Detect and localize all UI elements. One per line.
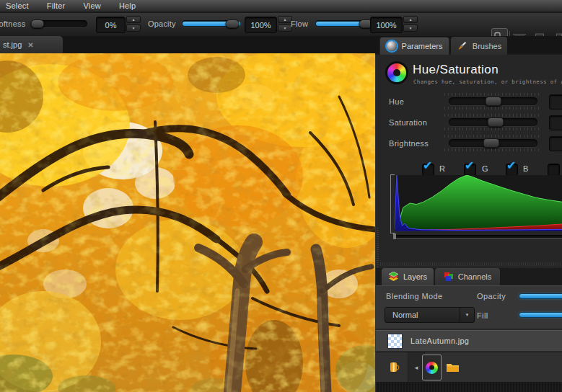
divider-texture bbox=[380, 262, 561, 266]
chevron-down-icon: ▼ bbox=[460, 308, 474, 322]
color-wheel-icon bbox=[387, 63, 406, 82]
flow-slider[interactable] bbox=[315, 20, 373, 27]
menu-bar: Select Filter View Help bbox=[0, 0, 562, 12]
parameters-panel: Hue/Saturation Changes hue, saturation, … bbox=[375, 55, 562, 392]
tool-options-bar: Softness 0% ▲ ▼ Opacity 100% ▲ ▼ Flow 10… bbox=[0, 13, 562, 37]
tab-brushes[interactable]: Brushes bbox=[451, 37, 507, 55]
brightness-slider-thumb[interactable] bbox=[483, 138, 500, 148]
stepper-up-icon[interactable]: ▲ bbox=[403, 16, 418, 23]
opacity-slider[interactable] bbox=[182, 20, 240, 27]
bucket-button[interactable] bbox=[385, 357, 403, 377]
layers-tab-bar: Layers Channels bbox=[376, 268, 562, 285]
layers-icon bbox=[388, 272, 399, 282]
layer-row[interactable]: LateAutumn.jpg bbox=[376, 330, 562, 352]
brightness-value-box[interactable] bbox=[549, 136, 562, 151]
histogram-range-slider[interactable] bbox=[393, 235, 562, 239]
opacity-stepper: ▲ ▼ bbox=[278, 16, 292, 32]
green-channel-label: G bbox=[482, 164, 488, 173]
histogram-plot bbox=[395, 175, 562, 231]
extra-checkbox[interactable]: ✔ bbox=[548, 164, 560, 176]
histogram-range-handle[interactable] bbox=[393, 233, 396, 239]
green-channel-checkbox[interactable]: ✔ bbox=[464, 164, 476, 176]
menu-filter[interactable]: Filter bbox=[47, 1, 75, 10]
layer-controls: Blending Mode Opacity Normal ▼ Fill bbox=[376, 285, 562, 329]
brightness-slider-row: Brightness bbox=[376, 134, 562, 154]
saturation-value-box[interactable] bbox=[549, 115, 562, 130]
hue-ticks-top bbox=[444, 93, 541, 96]
hue-slider-row: Hue bbox=[376, 92, 562, 112]
flow-value[interactable]: 100% bbox=[370, 17, 403, 33]
menu-view[interactable]: View bbox=[83, 1, 110, 10]
tab-parameters-label: Parameters bbox=[402, 42, 443, 50]
softness-slider[interactable] bbox=[32, 20, 87, 27]
adjustment-subtitle: Changes hue, saturation, or brightness o… bbox=[413, 79, 562, 85]
softness-value[interactable]: 0% bbox=[96, 17, 126, 33]
flow-label: Flow bbox=[291, 19, 308, 28]
autumn-photo bbox=[0, 53, 375, 392]
red-channel-checkbox[interactable]: ✔ bbox=[422, 164, 434, 176]
tab-channels[interactable]: Channels bbox=[435, 268, 500, 285]
channels-icon bbox=[444, 272, 454, 282]
document-tab-label: st.jpg bbox=[3, 40, 22, 49]
tab-layers[interactable]: Layers bbox=[382, 268, 434, 285]
tab-parameters[interactable]: Parameters bbox=[379, 37, 449, 55]
brightness-ticks-top bbox=[444, 135, 541, 138]
stepper-down-icon[interactable]: ▼ bbox=[403, 24, 418, 32]
saturation-ticks-bottom bbox=[444, 128, 541, 130]
layer-thumbnail bbox=[387, 334, 403, 349]
brightness-label: Brightness bbox=[389, 139, 429, 148]
opacity-value[interactable]: 100% bbox=[245, 17, 277, 33]
layer-opacity-slider[interactable] bbox=[519, 293, 562, 299]
brightness-slider[interactable] bbox=[449, 139, 537, 147]
stepper-down-icon[interactable]: ▼ bbox=[126, 24, 141, 32]
adjustment-title: Hue/Saturation bbox=[413, 63, 499, 77]
tab-layers-label: Layers bbox=[403, 272, 427, 281]
tab-channels-label: Channels bbox=[458, 272, 491, 281]
saturation-slider-row: Saturation bbox=[376, 113, 562, 133]
stepper-down-icon[interactable]: ▼ bbox=[278, 24, 292, 32]
hue-slider[interactable] bbox=[449, 97, 537, 105]
saturation-slider-thumb[interactable] bbox=[488, 117, 504, 127]
histogram-chart bbox=[395, 175, 562, 231]
softness-slider-thumb[interactable] bbox=[30, 19, 44, 28]
blue-channel-checkbox[interactable]: ✔ bbox=[506, 164, 518, 176]
collapse-arrow-icon: ◂ bbox=[415, 364, 418, 371]
hue-value-box[interactable] bbox=[549, 94, 562, 110]
close-icon[interactable]: ✕ bbox=[27, 41, 33, 49]
blending-mode-label: Blending Mode bbox=[386, 292, 443, 300]
check-icon: ✔ bbox=[423, 159, 432, 172]
softness-stepper: ▲ ▼ bbox=[126, 16, 141, 32]
hue-label: Hue bbox=[389, 97, 404, 106]
hue-ticks-bottom bbox=[444, 107, 541, 110]
stepper-up-icon[interactable]: ▲ bbox=[278, 16, 292, 23]
blend-mode-value: Normal bbox=[385, 311, 460, 319]
stepper-up-icon[interactable]: ▲ bbox=[126, 16, 141, 23]
softness-label: Softness bbox=[0, 19, 25, 28]
opacity-label: Opacity bbox=[148, 19, 176, 28]
folder-icon bbox=[446, 362, 460, 373]
bucket-icon bbox=[388, 360, 400, 374]
document-tab[interactable]: st.jpg ✕ bbox=[0, 36, 63, 53]
adjustment-layer-button[interactable] bbox=[422, 355, 442, 380]
knob-icon bbox=[387, 41, 397, 51]
saturation-ticks-top bbox=[444, 114, 541, 117]
layer-opacity-label: Opacity bbox=[477, 292, 506, 300]
saturation-slider[interactable] bbox=[449, 118, 537, 126]
new-folder-button[interactable] bbox=[443, 357, 462, 378]
brightness-ticks-bottom bbox=[444, 148, 541, 151]
blend-mode-dropdown[interactable]: Normal ▼ bbox=[385, 307, 475, 323]
flow-stepper: ▲ ▼ bbox=[403, 16, 418, 32]
check-icon: ✔ bbox=[506, 159, 516, 172]
layer-name: LateAutumn.jpg bbox=[410, 337, 469, 345]
photo-editor-window: Select Filter View Help Softness 0% ▲ ▼ … bbox=[0, 0, 562, 392]
red-channel-label: R bbox=[439, 164, 445, 173]
tab-brushes-label: Brushes bbox=[473, 42, 501, 50]
panel-resize-grip[interactable] bbox=[377, 228, 379, 270]
canvas-image[interactable] bbox=[0, 53, 375, 392]
menu-help[interactable]: Help bbox=[119, 1, 145, 10]
brush-icon bbox=[457, 40, 467, 51]
layer-fill-slider[interactable] bbox=[519, 312, 562, 318]
opacity-slider-thumb[interactable] bbox=[226, 19, 240, 28]
menu-select[interactable]: Select bbox=[6, 1, 38, 10]
hue-slider-thumb[interactable] bbox=[485, 97, 501, 106]
